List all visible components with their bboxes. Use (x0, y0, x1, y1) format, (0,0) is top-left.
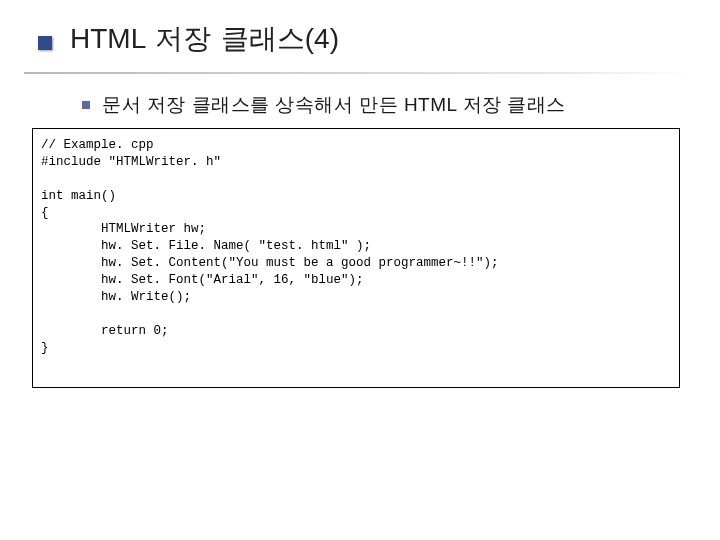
slide-header: HTML 저장 클래스(4) (0, 0, 720, 64)
bullet-text: 문서 저장 클래스를 상속해서 만든 HTML 저장 클래스 (102, 92, 566, 118)
header-accent-square (38, 36, 52, 50)
slide-body: 문서 저장 클래스를 상속해서 만든 HTML 저장 클래스 // Exampl… (0, 74, 720, 388)
slide: HTML 저장 클래스(4) 문서 저장 클래스를 상속해서 만든 HTML 저… (0, 0, 720, 540)
bullet-item: 문서 저장 클래스를 상속해서 만든 HTML 저장 클래스 (82, 92, 690, 118)
slide-title: HTML 저장 클래스(4) (70, 20, 720, 58)
bullet-icon (82, 101, 90, 109)
code-block: // Example. cpp #include "HTMLWriter. h"… (32, 128, 680, 388)
